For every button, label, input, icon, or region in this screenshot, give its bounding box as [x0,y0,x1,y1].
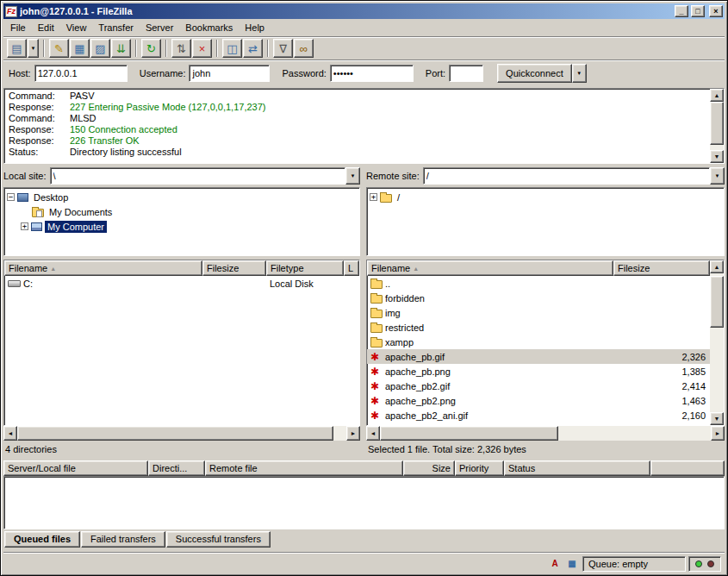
quickconnect-button[interactable]: Quickconnect [497,64,572,83]
scroll-left-icon[interactable]: ◄ [3,426,17,441]
column-header-filename[interactable]: Filename▲ [367,260,613,276]
queue-column-header-size[interactable]: Size [403,460,455,476]
remote-file-list[interactable]: ..forbiddenimgrestrictedxampp✱apache_pb.… [367,276,710,425]
menu-transfer[interactable]: Transfer [92,20,140,35]
remote-file-row-apache-pb-gif[interactable]: ✱apache_pb.gif2,326 [367,349,710,364]
local-tree-item-my-computer[interactable]: +My Computer [4,219,359,234]
remote-file-row-apache-pb-png[interactable]: ✱apache_pb.png1,385 [367,364,710,379]
local-tree-item-desktop[interactable]: −Desktop [4,190,359,204]
queue-list[interactable] [3,476,725,529]
remote-vertical-scrollbar[interactable]: ▲ ▼ [710,260,724,425]
log-scrollbar-thumb[interactable] [710,102,724,145]
column-header-l[interactable]: L [344,260,359,276]
local-site-input[interactable] [50,167,345,185]
minimize-button[interactable]: _ [675,5,688,17]
process-queue-button[interactable]: ⇅ [171,39,191,58]
menu-view[interactable]: View [60,20,93,35]
column-header-filetype[interactable]: Filetype [266,260,344,276]
reconnect-button[interactable]: ⇄ [243,39,263,58]
filename-cell: xampp [367,335,613,349]
local-hscroll-thumb[interactable] [17,426,333,441]
remote-site-dropdown-icon[interactable]: ▼ [710,167,725,185]
log-scrollbar[interactable]: ▲ ▼ [710,89,724,163]
remote-file-row-forbidden[interactable]: forbidden [367,291,710,305]
filter-button[interactable]: ∇ [273,39,293,58]
disconnect-button[interactable]: ◫ [222,39,242,58]
menu-bookmarks[interactable]: Bookmarks [179,20,239,35]
site-manager-dropdown-icon[interactable]: ▼ [28,39,39,58]
menu-help[interactable]: Help [239,20,271,35]
quickconnect-dropdown-button[interactable]: ▼ [572,64,587,83]
local-site-dropdown-icon[interactable]: ▼ [345,167,360,185]
username-input[interactable] [189,65,270,82]
title-bar[interactable]: Fz john@127.0.0.1 - FileZilla _ □ × [3,3,725,19]
sort-ascending-icon: ▲ [413,266,419,272]
tab-successful-transfers[interactable]: Successful transfers [166,531,271,548]
remote-file-row-apache-pb2-png[interactable]: ✱apache_pb2.png1,463 [367,393,710,408]
close-button[interactable]: × [709,5,723,17]
vertical-splitter[interactable] [360,166,366,458]
transfer-type-indicator-icon[interactable]: A [547,557,563,571]
log-scrollbar-track[interactable] [710,102,724,150]
refresh-button[interactable]: ↻ [141,39,161,58]
local-file-list[interactable]: C:Local Disk [4,276,359,425]
collapse-icon[interactable]: − [7,193,15,201]
expand-icon[interactable]: + [370,193,377,201]
remote-tree-item-root[interactable]: +/ [367,190,724,204]
speed-limit-indicator-icon[interactable]: ▦ [564,557,580,571]
scroll-down-icon[interactable]: ▼ [710,412,724,425]
local-horizontal-scrollbar[interactable]: ◄ ► [3,426,360,441]
port-input[interactable] [449,65,483,82]
column-header-filesize[interactable]: Filesize [613,260,710,276]
toggle-message-log-button[interactable]: ✎ [49,39,69,58]
remote-file-row-xampp[interactable]: xampp [367,335,710,349]
column-header-filename[interactable]: Filename▲ [4,260,202,276]
log-line-label: Response: [4,124,70,135]
local-hscroll-track[interactable] [17,426,346,441]
cancel-operation-button[interactable]: × [192,39,212,58]
menu-server[interactable]: Server [140,20,179,35]
expand-icon[interactable]: + [21,222,28,230]
remote-file-row-parent-directory[interactable]: .. [367,276,710,291]
remote-vscroll-track[interactable] [710,273,724,412]
tab-queued-files[interactable]: Queued files [4,531,80,548]
column-header-filesize[interactable]: Filesize [202,260,266,276]
scroll-down-icon[interactable]: ▼ [710,150,724,163]
queue-column-header-remote-file[interactable]: Remote file [205,460,403,476]
queue-column-header-status[interactable]: Status [504,460,650,476]
queue-column-header-directi[interactable]: Directi... [148,460,205,476]
toolbar-separator [135,40,137,57]
toggle-transfer-queue-button[interactable]: ⇊ [111,39,131,58]
remote-file-row-img[interactable]: img [367,305,710,320]
local-directory-tree[interactable]: −DesktopMy Documents+My Computer [3,187,360,256]
toggle-remote-tree-button[interactable]: ▨ [90,39,110,58]
scroll-right-icon[interactable]: ► [711,426,725,441]
remote-directory-tree[interactable]: +/ [366,187,725,256]
scroll-right-icon[interactable]: ► [346,426,360,441]
site-manager-button[interactable]: ▤ [7,39,27,58]
toggle-local-tree-button[interactable]: ▦ [70,39,90,58]
remote-file-row-apache-pb2-ani-gif[interactable]: ✱apache_pb2_ani.gif2,160 [367,408,710,423]
remote-hscroll-track[interactable] [380,426,711,441]
remote-hscroll-thumb[interactable] [380,426,558,441]
tab-failed-transfers[interactable]: Failed transfers [81,531,165,548]
scroll-up-icon[interactable]: ▲ [710,89,724,102]
password-input[interactable] [330,65,414,82]
host-input[interactable] [34,65,128,82]
remote-file-row-restricted[interactable]: restricted [367,320,710,335]
scroll-left-icon[interactable]: ◄ [366,426,380,441]
local-file-row-c[interactable]: C:Local Disk [4,276,359,291]
scroll-up-icon[interactable]: ▲ [710,260,724,273]
queue-column-header-server-local-file[interactable]: Server/Local file [3,460,148,476]
local-tree-item-my-documents[interactable]: My Documents [4,204,359,219]
menu-file[interactable]: File [4,20,32,35]
maximize-button[interactable]: □ [691,5,705,17]
remote-horizontal-scrollbar[interactable]: ◄ ► [366,426,725,441]
remote-vscroll-thumb[interactable] [710,276,724,328]
remote-site-input[interactable] [423,167,710,185]
remote-file-row-apache-pb2-gif[interactable]: ✱apache_pb2.gif2,414 [367,379,710,393]
cancel-operation-icon: × [199,43,206,54]
queue-column-header-priority[interactable]: Priority [455,460,504,476]
find-files-button[interactable]: ∞ [294,39,314,58]
menu-edit[interactable]: Edit [32,20,60,35]
